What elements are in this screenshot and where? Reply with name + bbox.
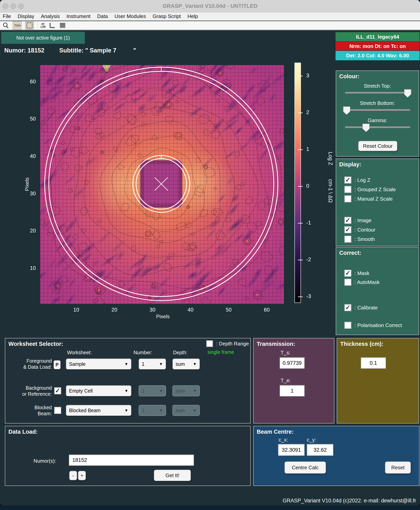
menu-item-instrument[interactable]: Instrument [67,13,90,19]
colorbar-tick-label: 1 [306,146,309,152]
polarisation-correct-label: : Polarisation Correct [354,322,402,328]
instrument-status-badge: ILL_d11_legacy64 [336,32,420,41]
chevron-down-icon: ▼ [193,408,197,413]
y-tick-label: 10 [22,265,36,271]
y-tick-label: 40 [22,153,36,159]
chevron-down-icon: ▼ [124,362,128,366]
depth-column-header: Depth: [173,350,188,355]
colorbar-tick-label: 2 [306,109,309,116]
blocked-beam-depth-dropdown[interactable]: sum▼ [172,405,200,416]
image-checkbox[interactable]: ✓ [344,217,351,224]
grid-tool-icon[interactable] [59,22,66,29]
beam-centre-reset-button[interactable]: Reset [385,462,411,474]
x-axis-label: Pixels [154,314,172,320]
thickness-input[interactable]: 0.1 [361,357,386,369]
blocked-beam-worksheet-dropdown[interactable]: Blocked Beam▼ [66,405,131,416]
depth-range-label: : Depth Range [216,341,249,347]
figure-header: Numor: 18152 Subtitle: " Sample 7 " [4,47,136,55]
display-panel-title: Display: [339,161,419,168]
foreground-depth-dropdown[interactable]: sum▼ [172,359,200,370]
roi-box-tool-icon[interactable] [25,21,34,30]
y-tick-label: 60 [22,79,36,85]
menu-item-file[interactable]: File [3,13,11,19]
foreground-label: Foreground& Data Load: [5,358,52,370]
ts-input[interactable]: 0.97739 [280,357,305,369]
background-depth-dropdown[interactable]: sum▼ [172,385,200,396]
numor-increment-button[interactable]: + [78,471,86,480]
cy-input[interactable]: 32.62 [307,444,333,456]
menu-item-data[interactable]: Data [97,13,108,19]
xy-limits-tool-icon[interactable]: XY LIM [40,23,45,28]
automask-checkbox[interactable] [344,279,351,286]
gamma-slider-thumb[interactable] [362,124,369,132]
blocked-beam-number-dropdown[interactable]: 1▼ [139,405,166,416]
menu-item-analysis[interactable]: Analysis [41,13,60,19]
x-tick-label: 50 [221,307,236,313]
cx-input[interactable]: 32.3091 [278,444,305,456]
calibrate-label: : Calibrate [354,305,378,311]
title-tool-icon[interactable]: Title [13,21,22,30]
menu-item-user-modules[interactable]: User Modules [115,13,146,19]
x-tick-label: 40 [183,307,198,313]
menu-item-help[interactable]: Help [188,13,198,19]
background-enable-checkbox[interactable]: ✓ [54,387,61,394]
get-it-button[interactable]: Get It! [154,470,191,481]
colorbar-tick-label: -2 [306,256,311,263]
depth-range-checkbox[interactable] [206,340,213,347]
mask-checkbox[interactable]: ✓ [344,270,351,277]
te-input[interactable]: 1 [280,385,305,396]
pin-worksheet-button[interactable]: P [53,360,61,369]
zoom-tool-icon[interactable] [2,22,9,29]
y-tick-label: 50 [22,116,36,122]
manual-z-scale-checkbox[interactable] [344,195,351,202]
colorbar [294,63,301,303]
centre-calc-button[interactable]: Centre Calc [285,462,326,474]
foreground-number-dropdown[interactable]: 1▼ [139,359,166,370]
polarisation-correct-checkbox[interactable] [344,322,351,329]
y-axis-label: Pixels [24,178,30,191]
background-worksheet-dropdown[interactable]: Empty Cell▼ [66,385,131,396]
chevron-down-icon: ▼ [159,408,163,413]
stretch-top-slider[interactable] [345,92,410,94]
colorbar-tick-label: 3 [306,72,309,79]
reset-colour-button[interactable]: Reset Colour [358,141,397,151]
foreground-worksheet-dropdown[interactable]: Sample▼ [66,359,131,370]
contour-label: : Contour [354,227,375,233]
smooth-checkbox[interactable] [344,236,351,243]
number-column-header: Number: [134,350,152,355]
menu-item-display[interactable]: Display [18,13,34,19]
configuration-status-badge: Det: 2.0 Col: 4.0 Wav: 6.00 [336,51,420,60]
grouped-z-scale-checkbox[interactable] [344,186,351,193]
colour-panel-title: Colour: [339,73,419,80]
y-tick-label: 30 [22,191,36,197]
desktop: GRASP_Variant V10.04d - UNTITLED FileDis… [0,0,420,510]
detector-image-canvas[interactable] [40,65,284,304]
numors-input[interactable]: 18152 [69,454,194,466]
menu-bar: FileDisplayAnalysisInstrumentDataUser Mo… [0,12,420,21]
numor-decrement-button[interactable]: - [69,471,77,480]
app-area: Not over active figure (1) ILL_d11_legac… [0,31,420,505]
stretch-bottom-slider-thumb[interactable] [343,107,350,115]
credit-text: GRASP_Variant V10.04d (c)2022. e-mail: d… [283,498,416,504]
background-number-dropdown[interactable]: 1▼ [139,385,166,396]
image-label: : Image [354,217,372,224]
chevron-down-icon: ▼ [124,389,128,393]
blocked-beam-enable-checkbox[interactable] [54,407,61,414]
normalisation-status-badge: Nrm: mon Dt: on Tc: on [336,42,420,50]
transmission-panel: Transmission: T_s: 0.97739 T_e: 1 [253,338,334,424]
calibrate-checkbox[interactable]: ✓ [344,304,351,311]
stretch-top-slider-thumb[interactable] [404,89,411,97]
colorbar-tick-mark [298,260,303,260]
x-tick-label: 10 [68,307,84,313]
chevron-down-icon: ▼ [193,362,197,366]
axes-tool-icon[interactable] [48,22,56,29]
colorbar-tick-mark [298,149,303,150]
contour-checkbox[interactable]: ✓ [344,226,351,233]
stretch-bottom-slider[interactable] [345,109,410,111]
log-z-checkbox[interactable]: ✓ [344,177,351,184]
gamma-slider[interactable] [345,126,410,128]
menu-item-grasp-script[interactable]: Grasp Script [152,13,181,19]
background-label: Backgroundor Reference: [5,385,52,397]
numors-label: Numor(s): [33,458,56,464]
grouped-z-scale-label: : Grouped Z Scale [354,186,396,193]
